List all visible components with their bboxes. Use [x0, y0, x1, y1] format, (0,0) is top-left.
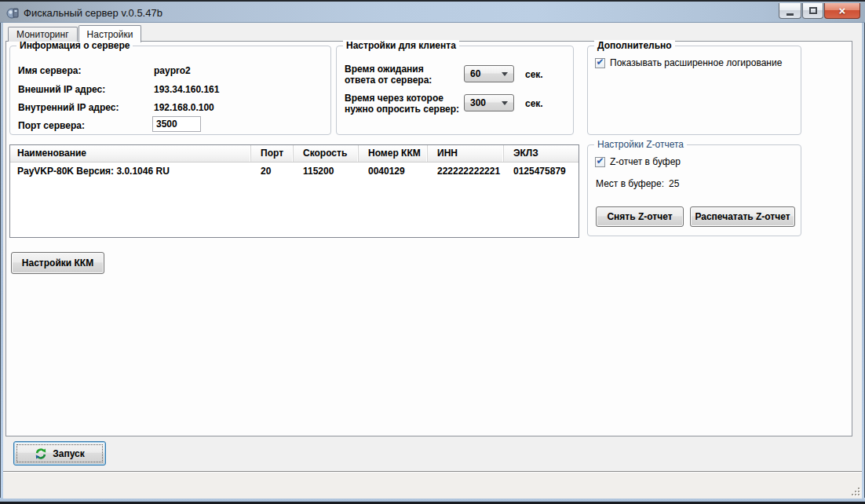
chevron-down-icon — [502, 72, 508, 76]
column-header-eklz[interactable]: ЭКЛЗ — [504, 145, 578, 162]
buffer-slots-value: 25 — [669, 178, 679, 189]
timeout-value: 60 — [465, 68, 502, 79]
device-table[interactable]: Наименование Порт Скорость Номер ККМ ИНН… — [9, 144, 579, 238]
internal-ip-value: 192.168.0.100 — [154, 102, 214, 113]
internal-ip-label: Внутренний IP адрес: — [18, 102, 119, 113]
tab-monitoring[interactable]: Мониторинг — [8, 27, 78, 42]
column-header-speed[interactable]: Скорость — [294, 145, 359, 162]
window-title: Фискальный сервер v.0.5.47b — [24, 7, 162, 19]
zreport-buffer-label: Z-отчет в буфер — [610, 156, 681, 167]
column-header-kkm-number[interactable]: Номер ККМ — [359, 145, 428, 162]
column-header-name[interactable]: Наименование — [10, 145, 251, 162]
app-window: Фискальный сервер v.0.5.47b × Мониторинг… — [0, 0, 865, 504]
kkm-settings-button[interactable]: Настройки ККМ — [11, 252, 104, 274]
minimize-button[interactable] — [779, 3, 801, 19]
table-row[interactable]: PayVKP-80K Версия: 3.0.1046 RU 20 115200… — [10, 163, 578, 180]
client-settings-group: Настройки для клиента Время ожидания отв… — [336, 46, 574, 135]
buffer-slots-label: Мест в буфере: — [596, 178, 664, 189]
external-ip-value: 193.34.160.161 — [154, 84, 219, 95]
column-header-port[interactable]: Порт — [251, 145, 294, 162]
status-bar — [3, 471, 862, 499]
minimize-icon — [787, 13, 794, 16]
zreport-buffer-checkbox[interactable]: ✔ — [595, 157, 605, 167]
server-name-value: paypro2 — [154, 65, 191, 76]
close-icon: × — [839, 4, 846, 18]
cell-speed: 115200 — [294, 163, 359, 180]
window-border-bottom — [0, 498, 865, 504]
run-button[interactable]: Запуск — [13, 441, 106, 466]
extra-group: Дополнительно ✔ Показывать расширенное л… — [587, 46, 801, 135]
device-table-header: Наименование Порт Скорость Номер ККМ ИНН… — [10, 145, 578, 163]
extended-logging-checkbox-row: ✔ Показывать расширенное логирование — [595, 57, 782, 68]
window-border-right — [862, 23, 865, 504]
timeout-unit: сек. — [525, 69, 543, 80]
timeout-select[interactable]: 60 — [464, 65, 514, 82]
extended-logging-label: Показывать расширенное логирование — [610, 57, 782, 68]
poll-interval-select[interactable]: 300 — [464, 94, 514, 111]
server-port-input[interactable] — [152, 116, 201, 132]
refresh-icon — [35, 447, 47, 460]
checkmark-icon: ✔ — [596, 157, 604, 166]
extra-title: Дополнительно — [594, 40, 675, 51]
timeout-label-line2: ответа от сервера: — [345, 75, 432, 86]
maximize-button[interactable] — [802, 3, 823, 19]
cell-inn: 222222222221 — [428, 163, 504, 180]
titlebar[interactable]: Фискальный сервер v.0.5.47b × — [0, 0, 865, 23]
window-controls: × — [779, 3, 860, 19]
zreport-buffer-checkbox-row: ✔ Z-отчет в буфер — [595, 156, 681, 167]
zreport-title: Настройки Z-отчета — [594, 139, 687, 150]
cell-port: 20 — [251, 163, 294, 180]
checkmark-icon: ✔ — [596, 58, 604, 67]
extended-logging-checkbox[interactable]: ✔ — [595, 58, 605, 68]
zreport-group: Настройки Z-отчета ✔ Z-отчет в буфер Мес… — [587, 144, 801, 236]
run-button-label: Запуск — [53, 448, 85, 459]
close-button[interactable]: × — [824, 3, 860, 19]
server-name-label: Имя сервера: — [18, 65, 81, 76]
poll-label-line2: нужно опросить сервер: — [345, 104, 459, 115]
tab-settings[interactable]: Настройки — [78, 25, 142, 42]
cell-name: PayVKP-80K Версия: 3.0.1046 RU — [10, 163, 251, 180]
take-zreport-button[interactable]: Снять Z-отчет — [596, 206, 684, 227]
chevron-down-icon — [502, 101, 508, 105]
server-info-group: Информация о сервере Имя сервера: paypro… — [9, 46, 331, 135]
settings-tab-page: Информация о сервере Имя сервера: paypro… — [5, 41, 852, 436]
timeout-label-line1: Время ожидания — [345, 64, 424, 75]
poll-label-line1: Время через которое — [345, 93, 443, 104]
client-settings-title: Настройки для клиента — [343, 40, 459, 51]
cell-eklz: 0125475879 — [504, 163, 578, 180]
app-icon — [6, 6, 20, 20]
external-ip-label: Внешний IP адрес: — [18, 84, 105, 95]
server-port-label: Порт сервера: — [18, 120, 85, 131]
print-zreport-button[interactable]: Распечатать Z-отчет — [690, 206, 795, 227]
tabstrip: Мониторинг Настройки — [8, 24, 142, 42]
poll-interval-value: 300 — [465, 97, 502, 108]
resize-grip[interactable] — [849, 485, 860, 495]
poll-unit: сек. — [525, 98, 543, 109]
client-area: Мониторинг Настройки Информация о сервер… — [3, 23, 862, 498]
cell-kkm-number: 0040129 — [359, 163, 428, 180]
column-header-inn[interactable]: ИНН — [428, 145, 504, 162]
maximize-icon — [809, 7, 817, 14]
